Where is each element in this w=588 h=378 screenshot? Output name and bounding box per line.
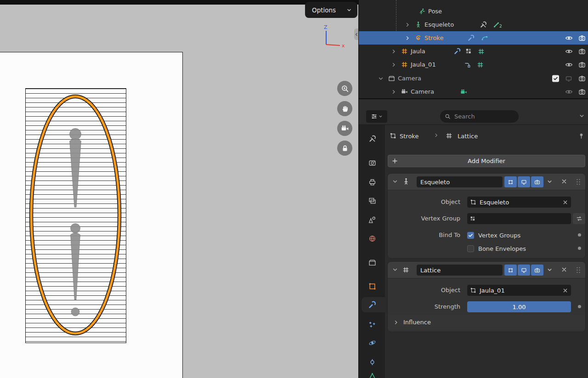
chevron-down-icon[interactable] bbox=[378, 76, 384, 81]
influence-subpanel-header[interactable]: Influence bbox=[388, 315, 585, 330]
bone-envelopes-checkbox[interactable] bbox=[467, 245, 474, 252]
drag-handle-icon[interactable] bbox=[576, 266, 581, 274]
camera-visibility-icon[interactable] bbox=[578, 48, 586, 55]
decorator-dot[interactable] bbox=[578, 305, 581, 308]
tab-modifiers[interactable] bbox=[367, 300, 377, 310]
gp-modifier-icon[interactable] bbox=[481, 34, 488, 42]
header-options-chevron-icon[interactable] bbox=[579, 113, 585, 119]
tab-view-layer[interactable] bbox=[367, 196, 377, 206]
lock-button[interactable] bbox=[337, 141, 352, 156]
object-field[interactable]: Jaula_01 bbox=[467, 285, 571, 296]
close-icon[interactable] bbox=[562, 199, 568, 205]
chevron-down-icon bbox=[346, 7, 352, 13]
zoom-button[interactable] bbox=[337, 81, 352, 96]
lattice-icon bbox=[446, 132, 452, 139]
eye-icon[interactable] bbox=[565, 47, 573, 55]
tab-world[interactable] bbox=[367, 233, 377, 243]
drag-handle-icon[interactable] bbox=[576, 178, 581, 186]
chevron-right-icon[interactable] bbox=[391, 89, 396, 95]
influence-label: Influence bbox=[403, 319, 431, 326]
decorator-dot[interactable] bbox=[578, 233, 581, 237]
tab-tool[interactable] bbox=[367, 134, 377, 144]
outliner-row-esqueleto[interactable]: Esqueleto 2 bbox=[359, 18, 588, 31]
vertex-group-label: Vertex Group bbox=[388, 215, 460, 222]
close-icon[interactable] bbox=[561, 178, 567, 185]
outliner-row-camera-collection[interactable]: Camera bbox=[359, 72, 588, 85]
invert-vertex-group-button[interactable] bbox=[573, 213, 585, 224]
collection-checkbox[interactable] bbox=[552, 75, 559, 82]
decorator-dot[interactable] bbox=[578, 247, 581, 250]
render-display-toggle[interactable] bbox=[531, 265, 543, 276]
chevron-down-icon[interactable] bbox=[392, 179, 398, 184]
vertex-groups-checkbox[interactable] bbox=[467, 232, 474, 239]
modifier-tools-icon[interactable] bbox=[480, 21, 487, 28]
chevron-right-icon[interactable] bbox=[405, 22, 410, 28]
camera-visibility-icon[interactable] bbox=[578, 34, 586, 42]
chevron-down-icon[interactable] bbox=[392, 267, 398, 272]
breadcrumb-object[interactable]: Stroke bbox=[400, 133, 418, 140]
camera-visibility-icon[interactable] bbox=[578, 61, 586, 68]
modifier-extras-chevron-icon[interactable] bbox=[547, 267, 553, 273]
camera-view-button[interactable] bbox=[337, 121, 352, 136]
close-icon[interactable] bbox=[562, 288, 568, 293]
modifier-extras-chevron-icon[interactable] bbox=[547, 179, 553, 185]
pin-icon[interactable] bbox=[578, 132, 585, 139]
camera-data-icon[interactable] bbox=[460, 88, 467, 95]
tab-output[interactable] bbox=[367, 177, 377, 187]
lattice-data-icon[interactable] bbox=[477, 61, 484, 68]
close-icon[interactable] bbox=[561, 266, 567, 273]
tab-object[interactable] bbox=[367, 281, 377, 291]
tab-render[interactable] bbox=[367, 158, 377, 168]
axis-gizmo[interactable]: Z x bbox=[318, 24, 350, 51]
pan-hand-button[interactable] bbox=[337, 101, 352, 116]
eye-icon[interactable] bbox=[565, 61, 573, 68]
edit-mode-toggle[interactable] bbox=[504, 265, 517, 276]
eye-icon[interactable] bbox=[565, 34, 573, 42]
camera-visibility-icon[interactable] bbox=[578, 75, 586, 82]
outliner-row-pose[interactable]: Pose bbox=[359, 5, 588, 18]
outliner-label: Esqueleto bbox=[424, 21, 454, 28]
outliner-row-jaula[interactable]: Jaula bbox=[359, 45, 588, 58]
outliner-row-stroke[interactable]: Stroke bbox=[359, 31, 588, 45]
chevron-right-icon[interactable] bbox=[405, 35, 410, 41]
vertex-group-field[interactable] bbox=[467, 213, 571, 224]
right-panel: Pose Esqueleto 2 Str bbox=[359, 0, 588, 378]
tab-object-data[interactable] bbox=[367, 371, 377, 378]
options-dropdown[interactable]: Options bbox=[305, 2, 357, 18]
chevron-right-icon[interactable] bbox=[391, 49, 396, 54]
tab-collection[interactable] bbox=[367, 257, 377, 267]
object-field[interactable]: Esqueleto bbox=[467, 197, 571, 208]
realtime-display-toggle[interactable] bbox=[518, 265, 530, 276]
editor-type-button[interactable] bbox=[366, 110, 387, 123]
camera-visibility-icon[interactable] bbox=[578, 88, 586, 96]
tab-scene[interactable] bbox=[367, 214, 377, 225]
outliner-row-camera-object[interactable]: Camera bbox=[359, 85, 588, 98]
vertex-group-icon bbox=[470, 216, 476, 222]
render-display-toggle[interactable] bbox=[531, 176, 543, 187]
bone-count-badge[interactable]: 2 bbox=[493, 21, 502, 28]
hook-modifier-icon[interactable] bbox=[464, 61, 471, 68]
tab-physics[interactable] bbox=[367, 338, 377, 348]
tool-icon bbox=[368, 135, 376, 143]
modifier-name-field[interactable]: Esqueleto bbox=[417, 176, 503, 187]
eye-icon[interactable] bbox=[565, 88, 573, 96]
lattice-data-icon[interactable] bbox=[478, 48, 485, 55]
realtime-display-toggle[interactable] bbox=[518, 176, 530, 187]
add-modifier-button[interactable]: Add Modifier bbox=[388, 155, 585, 167]
tab-particles[interactable] bbox=[367, 319, 377, 329]
edit-mode-toggle[interactable] bbox=[504, 176, 517, 187]
viewport-3d[interactable]: Options Z x bbox=[0, 0, 359, 378]
modifier-name-field[interactable]: Lattice bbox=[417, 265, 503, 276]
strength-slider[interactable]: 1.00 bbox=[467, 301, 571, 312]
tab-constraints[interactable] bbox=[367, 357, 377, 367]
modifier-panel-header[interactable]: Lattice bbox=[388, 262, 585, 278]
modifier-panel-header[interactable]: Esqueleto bbox=[388, 174, 585, 190]
monitor-disabled-icon[interactable] bbox=[565, 75, 572, 82]
wrench-modifier-icon[interactable] bbox=[467, 34, 475, 42]
chevron-right-icon[interactable] bbox=[391, 62, 396, 68]
breadcrumb-data[interactable]: Lattice bbox=[458, 133, 478, 140]
outliner-row-jaula-01[interactable]: Jaula_01 bbox=[359, 58, 588, 71]
wrench-modifier-icon[interactable] bbox=[453, 48, 461, 55]
vertex-group-icon[interactable] bbox=[465, 48, 472, 55]
search-input[interactable] bbox=[453, 113, 510, 120]
